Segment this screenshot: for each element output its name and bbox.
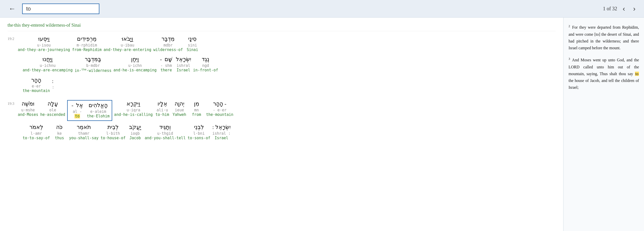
verse-2-content: For they were departed from Rephidim, an… bbox=[569, 25, 639, 50]
hebrew-text: נֶגֶד bbox=[202, 56, 209, 63]
gloss: he-ascended bbox=[40, 112, 65, 117]
partial-line: the·this they-entered wilderness-of Sina… bbox=[8, 23, 556, 31]
transliteration: mdbr bbox=[164, 43, 173, 48]
gloss: there bbox=[160, 68, 172, 72]
hebrew-text: יִשְׂרָאֵל bbox=[176, 56, 191, 63]
search-input[interactable] bbox=[22, 4, 99, 14]
hebrew-text: וַיִּחַן bbox=[131, 56, 139, 63]
transliteration: l·bith bbox=[106, 131, 120, 136]
word-unit: הָהָר e·er the·mountain bbox=[23, 76, 50, 93]
word-unit: יִשְׂרָאֵל ishral Israel bbox=[176, 56, 191, 72]
word-unit: כֹּה ke thus bbox=[52, 123, 67, 140]
hebrew-text: כֹּה bbox=[56, 123, 63, 131]
hebrew-text: הָהָר bbox=[31, 76, 41, 84]
transliteration: u·ibau bbox=[121, 43, 134, 48]
word-unit: עָלָה ole he-ascended bbox=[40, 100, 65, 117]
toolbar-left: ← bbox=[6, 4, 99, 14]
hebrew-text: לְבֵית bbox=[107, 123, 119, 131]
transliteration: ngd bbox=[202, 63, 209, 68]
transliteration: ioqb bbox=[131, 131, 140, 136]
word-unit: : : bbox=[52, 76, 67, 90]
transliteration: ieue bbox=[175, 108, 184, 112]
word-unit: וַיִּקְרָא u·iqra and·he-is-calling bbox=[114, 100, 153, 117]
transliteration: - e·er bbox=[213, 108, 226, 112]
word-unit: תֹאמֵר thamr you-shall-say bbox=[69, 123, 98, 140]
word-unit: יִשְׂרָאֵל : ishral : Israel bbox=[212, 123, 231, 140]
gloss: the·mountain bbox=[206, 112, 233, 117]
word-unit: מִדְבַּר mdbr wilderness-of bbox=[153, 35, 183, 52]
hebrew-text: יִשְׂרָאֵל : bbox=[212, 123, 231, 131]
transliteration: ishral bbox=[177, 63, 190, 68]
gloss: and·they-are-entering bbox=[104, 48, 151, 52]
hebrew-text: מִדְבַּר bbox=[162, 35, 175, 43]
word-unit: וּמֹשֶׁה u·mshe and·Moses bbox=[18, 100, 38, 117]
verse-3-highlight-to: to bbox=[635, 72, 639, 76]
transliteration: u·isou bbox=[37, 43, 51, 48]
back-button[interactable]: ← bbox=[6, 4, 18, 14]
next-page-button[interactable]: › bbox=[631, 4, 638, 14]
transliteration: u·iqra bbox=[127, 108, 140, 112]
transliteration: l·bni bbox=[193, 131, 205, 136]
word-unit: - הָהָר - e·er the·mountain bbox=[206, 100, 233, 117]
word-unit: לִבְנֵי l·bni to·sons-of bbox=[188, 123, 210, 140]
hebrew-text: יַעֲקֹב bbox=[129, 123, 141, 131]
transliteration: sini bbox=[188, 43, 197, 48]
word-unit: מֵרְפִידִים m·rphidim from·Rephidim bbox=[72, 35, 101, 52]
hebrew-text: וַיָּבֹאוּ bbox=[122, 35, 133, 43]
verse-192-row3: הָהָר e·er the·mountain : : bbox=[23, 76, 556, 94]
verse-2-text: 2 For they were departed from Rephidim, … bbox=[569, 24, 639, 51]
word-unit: וְתַגֵּיד u·thgid and·you-shall-tell bbox=[145, 123, 186, 140]
hebrew-text: וַיִּסְעוּ bbox=[38, 35, 50, 43]
page-info: 1 of 32 bbox=[603, 6, 617, 12]
hebrew-text: וּמֹשֶׁה bbox=[22, 100, 34, 108]
verse-192-row1: 19:2 וַיִּסְעוּ u·isou and·they-are-jour… bbox=[8, 35, 556, 53]
gloss: to·house-of bbox=[101, 136, 126, 140]
gloss: thus bbox=[55, 136, 64, 140]
left-panel: the·this they-entered wilderness-of Sina… bbox=[0, 18, 564, 231]
transliteration: ali·u bbox=[157, 108, 168, 112]
gloss: and·they-are-journeying bbox=[18, 48, 70, 52]
gloss: and·they-are-encamping bbox=[23, 68, 73, 72]
hebrew-text: סִינָי bbox=[188, 35, 196, 43]
right-panel: 2 For they were departed from Rephidim, … bbox=[564, 18, 644, 231]
hebrew-text: וְתַגֵּיד bbox=[159, 123, 171, 131]
word-unit: יַעֲקֹב ioqb Jacob bbox=[128, 123, 143, 140]
hebrew-text: אֵלָיו bbox=[157, 100, 167, 108]
transliteration: ke bbox=[57, 131, 62, 136]
gloss: you-shall-say bbox=[69, 136, 98, 140]
transliteration: e·aleim bbox=[90, 109, 106, 114]
transliteration: u·ichnu bbox=[40, 63, 56, 68]
transliteration: al - bbox=[73, 109, 82, 114]
gloss: in·the·wilderness bbox=[75, 68, 111, 73]
transliteration: thamr bbox=[78, 131, 90, 136]
transliteration: u·mshe bbox=[21, 108, 35, 112]
hebrew-text: עָלָה bbox=[48, 100, 58, 108]
verse-3-before: And Moses went up unto God, and the LORD… bbox=[569, 58, 639, 76]
gloss: Israel bbox=[177, 68, 190, 72]
hebrew-text: מֵרְפִידִים bbox=[77, 35, 97, 43]
hebrew-text: לִבְנֵי bbox=[194, 123, 204, 131]
hebrew-colon: : bbox=[52, 77, 53, 85]
gloss: to·to-say-of bbox=[23, 136, 50, 140]
gloss: the·mountain bbox=[23, 88, 50, 93]
word-unit: וַיָּבֹאוּ u·ibau and·they-are-entering bbox=[104, 35, 151, 52]
verse-192-block: 19:2 וַיִּסְעוּ u·isou and·they-are-jour… bbox=[8, 35, 556, 94]
gloss: and·he-is-calling bbox=[114, 112, 153, 117]
transliteration: mn bbox=[194, 108, 199, 112]
word-unit: סִינָי sini Sinai bbox=[185, 35, 200, 52]
hebrew-text: וַיִּקְרָא bbox=[127, 100, 140, 108]
verse-193-label: 19:3 bbox=[8, 100, 14, 106]
word-unit: שָׁם - - shm there bbox=[159, 56, 174, 72]
transliteration: u·thgid bbox=[157, 131, 173, 136]
toolbar: ← 1 of 32 ‹ › bbox=[0, 0, 644, 18]
transliteration: b·mdbr bbox=[86, 63, 100, 68]
prev-page-button[interactable]: ‹ bbox=[620, 4, 627, 14]
hebrew-text: אֶל - bbox=[71, 102, 83, 109]
hebrew-text: הָאֱלֹהִים bbox=[89, 102, 108, 109]
gloss: and·he-is-encamping bbox=[113, 68, 157, 72]
hebrew-text: תֹאמֵר bbox=[77, 123, 91, 131]
word-unit: וַיַּחֲנוּ u·ichnu and·they-are-encampin… bbox=[23, 56, 73, 72]
blue-highlight-box: אֶל - al - to הָאֱלֹהִים e·aleim the·Elo… bbox=[67, 100, 112, 121]
word-unit: לֵאמֹר l·amr to·to-say-of bbox=[23, 123, 50, 140]
word-unit: מִן mn from bbox=[189, 100, 204, 117]
